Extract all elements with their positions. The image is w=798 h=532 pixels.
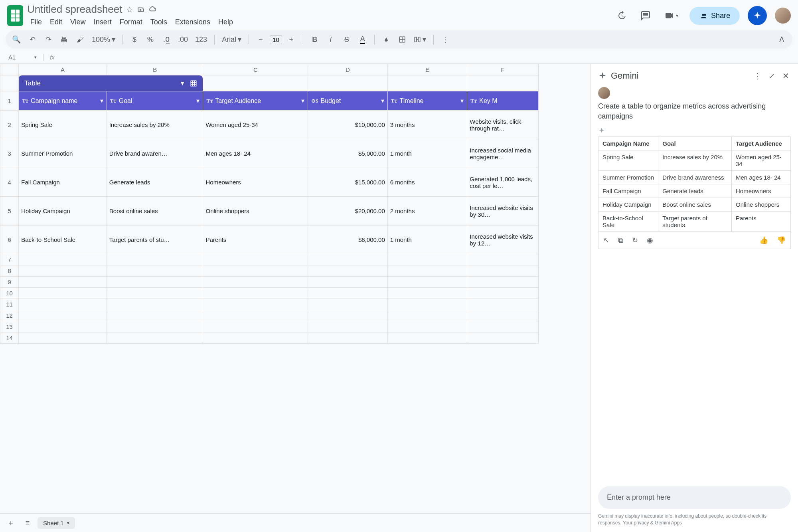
col-header[interactable]: B: [107, 64, 203, 75]
bold-icon[interactable]: B: [308, 33, 322, 46]
redo-icon[interactable]: ↷: [41, 33, 55, 46]
row-header[interactable]: 3: [0, 139, 19, 168]
menu-insert[interactable]: Insert: [91, 16, 115, 28]
row-header[interactable]: 10: [0, 288, 19, 299]
table-row[interactable]: 12: [0, 310, 539, 321]
borders-icon[interactable]: [395, 33, 409, 46]
collapse-toolbar-icon[interactable]: ᐱ: [775, 33, 788, 46]
table-row[interactable]: 7: [0, 254, 539, 265]
zoom-dropdown[interactable]: 100% ▾: [89, 33, 118, 46]
row-header[interactable]: 12: [0, 310, 19, 321]
more-toolbar-icon[interactable]: ⋮: [439, 33, 452, 46]
paint-format-icon[interactable]: 🖌: [73, 33, 87, 46]
privacy-link[interactable]: Your privacy & Gemini Apps: [623, 520, 682, 526]
close-icon[interactable]: ✕: [781, 69, 791, 82]
menu-extensions[interactable]: Extensions: [172, 16, 213, 28]
copy-icon[interactable]: ⧉: [618, 236, 623, 245]
menu-format[interactable]: Format: [117, 16, 146, 28]
table-grid-icon[interactable]: [190, 80, 197, 87]
italic-icon[interactable]: I: [324, 33, 338, 46]
sheet-tab-menu-icon[interactable]: ▾: [67, 520, 69, 526]
print-icon[interactable]: 🖶: [57, 33, 71, 46]
search-menus-icon[interactable]: 🔍: [10, 33, 23, 46]
percent-icon[interactable]: %: [144, 33, 157, 46]
table-row[interactable]: 9: [0, 277, 539, 288]
menu-help[interactable]: Help: [215, 16, 236, 28]
more-formats-icon[interactable]: 123: [193, 33, 209, 46]
table-row[interactable]: 2 Spring SaleIncrease sales by 20%Women …: [0, 111, 539, 139]
col-header[interactable]: D: [308, 64, 388, 75]
row-header[interactable]: 6: [0, 225, 19, 254]
row-header[interactable]: 11: [0, 299, 19, 310]
table-row[interactable]: 6 Back-to-School SaleTarget parents of s…: [0, 225, 539, 254]
menu-file[interactable]: File: [27, 16, 45, 28]
row-header[interactable]: 4: [0, 168, 19, 197]
prompt-input[interactable]: Enter a prompt here: [598, 486, 791, 509]
font-family-dropdown[interactable]: Arial ▾: [219, 33, 244, 46]
table-chip[interactable]: Table ▾: [19, 75, 203, 91]
all-sheets-icon[interactable]: ≡: [21, 516, 34, 530]
more-options-icon[interactable]: ⋮: [752, 69, 763, 82]
table-row[interactable]: 10: [0, 288, 539, 299]
comment-icon[interactable]: [638, 8, 654, 24]
undo-icon[interactable]: ↶: [26, 33, 39, 46]
row-header[interactable]: 9: [0, 277, 19, 288]
strikethrough-icon[interactable]: S: [340, 33, 354, 46]
row-header[interactable]: 2: [0, 111, 19, 139]
col-header[interactable]: C: [203, 64, 308, 75]
retry-icon[interactable]: ↻: [632, 236, 638, 245]
add-sheet-icon[interactable]: ＋: [4, 516, 18, 530]
name-box[interactable]: A1: [6, 53, 30, 62]
table-row[interactable]: 4 Fall CampaignGenerate leadsHomeowners …: [0, 168, 539, 197]
thumbs-down-icon[interactable]: 👎: [777, 236, 786, 245]
row-header[interactable]: 8: [0, 265, 19, 277]
table-row[interactable]: 11: [0, 299, 539, 310]
menu-tools[interactable]: Tools: [147, 16, 170, 28]
gemini-response-table: Campaign Name Goal Target Audience Sprin…: [598, 136, 791, 232]
increase-decimal-icon[interactable]: .00: [176, 33, 190, 46]
name-box-dropdown-icon[interactable]: ▾: [34, 55, 37, 60]
table-row[interactable]: 3 Summer PromotionDrive brand awaren…Men…: [0, 139, 539, 168]
fill-color-icon[interactable]: [379, 33, 393, 46]
gemini-button[interactable]: [748, 6, 767, 25]
resp-row: Back-to-School SaleTarget parents of stu…: [598, 212, 791, 232]
merge-icon[interactable]: ▾: [411, 33, 429, 46]
share-button[interactable]: Share: [689, 7, 740, 25]
row-header[interactable]: 14: [0, 332, 19, 344]
history-icon[interactable]: [614, 8, 630, 24]
sheet-tab[interactable]: Sheet 1 ▾: [38, 517, 75, 529]
response-actions: ↖ ⧉ ↻ ◉ 👍 👎: [598, 232, 791, 249]
row-header[interactable]: 5: [0, 197, 19, 225]
table-row[interactable]: 14: [0, 332, 539, 344]
cloud-status-icon[interactable]: [148, 6, 156, 14]
row-header[interactable]: 7: [0, 254, 19, 265]
insert-icon[interactable]: ↖: [603, 236, 609, 245]
spreadsheet-grid[interactable]: A B C D E F Table ▾: [0, 64, 591, 532]
move-icon[interactable]: [137, 6, 144, 13]
font-decrease-icon[interactable]: −: [254, 33, 267, 46]
row-header[interactable]: 1: [0, 91, 19, 111]
font-increase-icon[interactable]: +: [284, 33, 298, 46]
sheets-logo-icon[interactable]: [7, 5, 23, 26]
decrease-decimal-icon[interactable]: .0̲: [160, 33, 173, 46]
doc-title[interactable]: Untitled spreadsheet: [27, 3, 122, 16]
row-header[interactable]: 13: [0, 321, 19, 332]
thumbs-up-icon[interactable]: 👍: [759, 236, 768, 245]
col-header[interactable]: A: [19, 64, 107, 75]
font-size-input[interactable]: 10: [270, 35, 282, 44]
table-row[interactable]: 8: [0, 265, 539, 277]
star-icon[interactable]: ☆: [126, 5, 133, 14]
expand-icon[interactable]: ⤢: [767, 69, 777, 82]
table-row[interactable]: 5 Holiday CampaignBoost online salesOnli…: [0, 197, 539, 225]
col-header[interactable]: F: [467, 64, 539, 75]
menu-edit[interactable]: Edit: [47, 16, 65, 28]
meet-icon[interactable]: ▾: [662, 8, 681, 24]
chevron-down-icon[interactable]: ▾: [181, 79, 184, 87]
text-color-icon[interactable]: A: [356, 33, 369, 46]
sources-icon[interactable]: ◉: [647, 236, 653, 245]
menu-view[interactable]: View: [67, 16, 89, 28]
col-header[interactable]: E: [387, 64, 467, 75]
table-row[interactable]: 13: [0, 321, 539, 332]
account-avatar[interactable]: [775, 8, 791, 24]
currency-icon[interactable]: $: [128, 33, 141, 46]
